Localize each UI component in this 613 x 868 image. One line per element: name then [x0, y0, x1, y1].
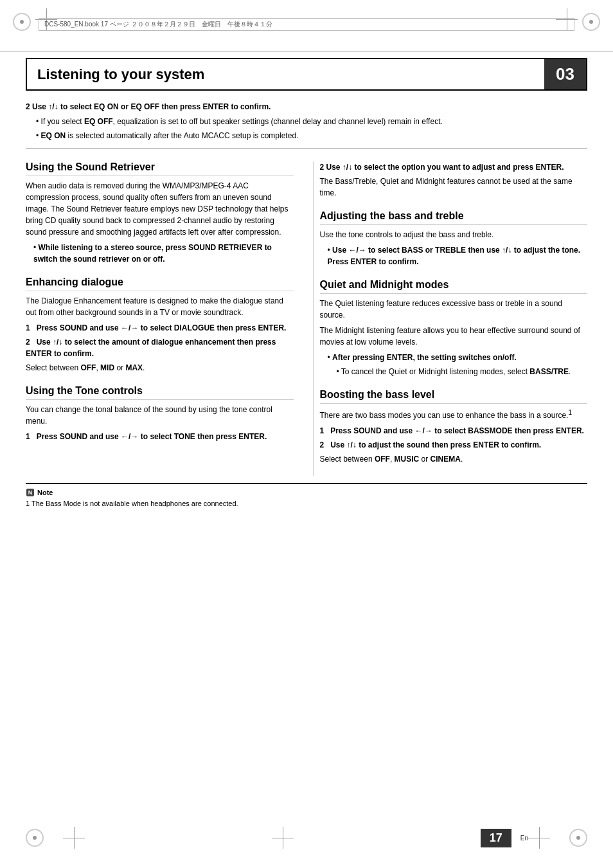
right-intro-body: 2 Use ↑/↓ to select the option you want …: [320, 161, 588, 199]
intro-step2-header: 2 Use ↑/↓ to select EQ ON or EQ OFF then…: [26, 101, 587, 113]
page-container: DCS-580_EN.book 17 ページ ２００８年２月２９日 金曜日 午後…: [0, 0, 613, 868]
right-intro-step: 2 Use ↑/↓ to select the option you want …: [320, 161, 588, 173]
intro-section: 2 Use ↑/↓ to select EQ ON or EQ OFF then…: [26, 101, 587, 141]
bass-boost-step2: 2 Use ↑/↓ to adjust the sound then press…: [320, 439, 588, 451]
page-lang: En: [520, 835, 528, 842]
chapter-title-block: Listening to your system: [27, 59, 544, 89]
bottom-reg-right: [528, 827, 587, 849]
page-info-bar: DCS-580_EN.book 17 ページ ２００８年２月２９日 金曜日 午後…: [39, 18, 574, 31]
sound-retriever-body: When audio data is removed during the WM…: [26, 180, 294, 265]
note-title: N Note: [26, 488, 587, 497]
crosshair-bc: [272, 827, 294, 849]
content-area: Using the Sound Retriever When audio dat…: [26, 149, 587, 476]
page-info-text: DCS-580_EN.book 17 ページ ２００８年２月２９日 金曜日 午後…: [44, 20, 272, 29]
top-bar: DCS-580_EN.book 17 ページ ２００８年２月２９日 金曜日 午後…: [0, 0, 613, 51]
chapter-title: Listening to your system: [37, 66, 204, 83]
footnote-ref: 1: [568, 409, 572, 416]
section-bass-boost: Boosting the bass level There are two ba…: [320, 389, 588, 465]
crosshair-bl: [63, 827, 85, 849]
midnight-text: The Midnight listening feature allows yo…: [320, 325, 588, 348]
crosshair-tr: [556, 8, 578, 30]
tone-step1-text: 1 Press SOUND and use ←/→ to select TONE…: [26, 432, 267, 441]
page-number: 17: [481, 829, 511, 847]
dialogue-step2-text: 2 Use ↑/↓ to select the amount of dialog…: [26, 338, 276, 358]
note-title-text: Note: [37, 489, 53, 496]
dialogue-step1-text: 1 Press SOUND and use ←/→ to select DIAL…: [26, 323, 286, 332]
reg-mark-bl: [26, 829, 44, 847]
bass-boost-step2-body: Select between OFF, MUSIC or CINEMA.: [320, 453, 588, 465]
intro-bullet2: EQ ON is selected automatically after th…: [36, 130, 587, 141]
section-bass-treble: Adjusting the bass and treble Use the to…: [320, 210, 588, 267]
bottom-bar: 17 En: [0, 827, 613, 849]
section-tone-controls: Using the Tone controls You can change t…: [26, 385, 294, 442]
col-right: 2 Use ↑/↓ to select the option you want …: [313, 161, 588, 476]
section-enhancing-dialogue: Enhancing dialogue The Dialogue Enhancem…: [26, 276, 294, 374]
quiet-midnight-title: Quiet and Midnight modes: [320, 279, 588, 294]
bass-boost-step1-text: 1 Press SOUND and use ←/→ to select BASS…: [320, 426, 584, 435]
chapter-num-block: 03: [544, 59, 586, 89]
tone-step1: 1 Press SOUND and use ←/→ to select TONE…: [26, 431, 294, 442]
tone-controls-text: You can change the tonal balance of the …: [26, 404, 294, 427]
intro-bullet1: If you select EQ OFF, equalization is se…: [36, 116, 587, 127]
svg-text:N: N: [28, 489, 33, 496]
bass-boost-intro: There are two bass modes you can use to …: [320, 408, 588, 421]
bottom-center: [85, 827, 481, 849]
right-intro-step-text: 2 Use ↑/↓ to select the option you want …: [320, 163, 564, 172]
chapter-header: Listening to your system 03: [26, 58, 587, 91]
note-icon: N: [26, 488, 35, 497]
section-sound-retriever: Using the Sound Retriever When audio dat…: [26, 161, 294, 265]
col-left: Using the Sound Retriever When audio dat…: [26, 161, 300, 476]
enhancing-dialogue-body: The Dialogue Enhancement feature is desi…: [26, 295, 294, 374]
sound-retriever-text: When audio data is removed during the WM…: [26, 180, 294, 238]
bass-treble-bullet-text: Use ←/→ to select BASS or TREBLE then us…: [328, 246, 581, 266]
chapter-num: 03: [556, 64, 574, 84]
enhancing-dialogue-title: Enhancing dialogue: [26, 276, 294, 291]
enhancing-dialogue-text: The Dialogue Enhancement feature is desi…: [26, 295, 294, 318]
dialogue-step2-body: Select between OFF, MID or MAX.: [26, 362, 294, 374]
sound-retriever-title: Using the Sound Retriever: [26, 161, 294, 176]
crosshair-br: [528, 827, 550, 849]
quiet-midnight-bullet-header-text: After pressing ENTER, the setting switch…: [332, 353, 517, 362]
bottom-reg-left: [26, 827, 85, 849]
bass-boost-step1: 1 Press SOUND and use ←/→ to select BASS…: [320, 425, 588, 437]
intro-bullet1-text: If you select EQ OFF, equalization is se…: [41, 117, 443, 126]
intro-bullet2-text: EQ ON is selected automatically after th…: [41, 131, 299, 140]
reg-mark-br: [569, 829, 587, 847]
section-quiet-midnight: Quiet and Midnight modes The Quiet liste…: [320, 279, 588, 377]
page-number-area: 17 En: [481, 829, 528, 847]
tone-controls-title: Using the Tone controls: [26, 385, 294, 400]
reg-mark-tr: [582, 13, 600, 31]
tone-controls-body: You can change the tonal balance of the …: [26, 404, 294, 442]
bass-treble-title: Adjusting the bass and treble: [320, 210, 588, 225]
dialogue-step1: 1 Press SOUND and use ←/→ to select DIAL…: [26, 322, 294, 334]
note-section: N Note 1 The Bass Mode is not available …: [26, 483, 587, 507]
intro-step2-text: 2 Use ↑/↓ to select EQ ON or EQ OFF then…: [26, 102, 271, 111]
bass-boost-step2-text: 2 Use ↑/↓ to adjust the sound then press…: [320, 440, 542, 449]
quiet-midnight-bullet-header: After pressing ENTER, the setting switch…: [328, 352, 588, 363]
quiet-text: The Quiet listening feature reduces exce…: [320, 298, 588, 321]
right-intro-section: 2 Use ↑/↓ to select the option you want …: [320, 161, 588, 199]
bass-boost-body: There are two bass modes you can use to …: [320, 408, 588, 465]
dialogue-step2: 2 Use ↑/↓ to select the amount of dialog…: [26, 336, 294, 359]
reg-mark-tl: [13, 13, 31, 31]
note-text: 1 The Bass Mode is not available when he…: [26, 500, 587, 507]
bass-treble-bullet: Use ←/→ to select BASS or TREBLE then us…: [328, 244, 588, 267]
bass-treble-text: Use the tone controls to adjust the bass…: [320, 229, 588, 240]
quiet-midnight-bullet1-text: To cancel the Quiet or Midnight listenin…: [341, 367, 571, 376]
bass-boost-title: Boosting the bass level: [320, 389, 588, 404]
sound-retriever-bullet-text: While listening to a stereo source, pres…: [33, 243, 272, 264]
sound-retriever-bullet: While listening to a stereo source, pres…: [33, 242, 294, 265]
bass-treble-body: Use the tone controls to adjust the bass…: [320, 229, 588, 267]
right-intro-body-text: The Bass/Treble, Quiet and Midnight feat…: [320, 176, 588, 199]
quiet-midnight-bullet1: To cancel the Quiet or Midnight listenin…: [337, 366, 588, 377]
quiet-midnight-body: The Quiet listening feature reduces exce…: [320, 298, 588, 377]
